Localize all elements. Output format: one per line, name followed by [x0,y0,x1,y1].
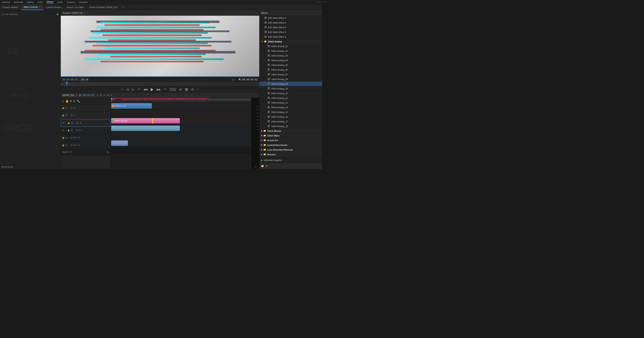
program-menu-icon[interactable]: ≡ [84,12,85,14]
effect-analog-02[interactable]: 🎬 Glitch-Analog_02 [260,49,322,53]
a3-mic[interactable]: 🎙 [78,144,80,146]
a3-clip[interactable] [111,140,128,146]
nav-effects[interactable]: Effects [47,1,53,4]
effect-item-bjk6[interactable]: 🎬 BJK Glitch Effect 6 [260,25,322,30]
folder-mosaics[interactable]: ▶ 📁 Mosaics [260,152,322,157]
tool-razor[interactable]: ✂ [103,94,106,97]
effect-item-bjk8[interactable]: 🎬 BJK Glitch Effect 8 [260,30,322,35]
v3-visibility-icon[interactable]: 👁 [74,107,76,109]
effect-analog-05[interactable]: 🎬 Glitch-Analog_05 [260,63,322,68]
v2-lock-icon[interactable]: 🔒 [62,114,64,116]
tab-source[interactable]: Source: (no clips) [64,4,86,10]
effect-item-bjk4[interactable]: 🎬 BJK Glitch Effect 4 [260,16,322,20]
play-button[interactable]: ▶ [150,87,154,92]
effect-item-bjk5[interactable]: 🎬 BJK Glitch Effect 5 [260,20,322,25]
effect-analog-03[interactable]: 🎬 Glitch-Analog_03 [260,53,322,58]
new-folder-button[interactable]: 📁 [261,165,264,167]
folder-glitch-analog[interactable]: ▼ 📁 Glitch Analog [260,39,322,44]
folder-glitch-wave[interactable]: ▶ 📁 Glitch Wave [260,133,322,138]
effect-analog-09[interactable]: 🎬 Glitch-Analog_09 [260,82,322,86]
effect-analog-13[interactable]: 🎬 Glitch-Analog_13 [260,100,322,105]
magnify-icon[interactable]: 🔍 [238,78,242,81]
nav-color[interactable]: Color [38,1,43,3]
effect-analog-04[interactable]: 🎬 Glitch-Analog_04 [260,58,322,63]
nav-assembly[interactable]: Assembly [14,1,23,3]
effect-item-bjk9[interactable]: 🎬 BJK Glitch Effect 9 [260,35,322,39]
effect-analog-01[interactable]: 🎬 Glitch-Analog_01 [260,44,322,49]
loop-button[interactable]: ⬛⬛ [169,88,177,91]
v1-lock-icon[interactable]: 🔒 [68,122,70,124]
go-prev2-button[interactable]: ◀◀ [142,88,148,91]
effect-analog-10[interactable]: 🎬 Glitch-Analog_10 [260,86,322,91]
step-back-button[interactable]: ◁| [125,88,130,91]
scrubber-track[interactable] [61,82,259,86]
a1-mic[interactable]: 🎙 [80,129,82,131]
tool-ripple[interactable]: ⟳ [100,94,102,97]
a2-mute[interactable]: M [74,137,76,139]
folder-lens-distortion[interactable]: ▶ 📁 Lens Distortion Removal [260,147,322,152]
multi-camera-button[interactable]: ⊟ [190,88,194,91]
go-prev-button[interactable]: ↶ [137,88,141,91]
add-button[interactable]: + [196,88,199,91]
tab-expand[interactable]: » [120,4,127,10]
a2-mic[interactable]: 🎙 [78,137,80,139]
essential-graphics-section[interactable]: ▶ Essential Graphics [260,157,322,163]
a2-lock-icon[interactable]: 🔒 [62,137,64,139]
a1-clip[interactable] [111,126,180,131]
master-btn[interactable]: ⟩⟩| [106,151,109,154]
effect-analog-18[interactable]: 🎬 Glitch-Analog_18 [260,124,322,129]
effect-analog-15[interactable]: 🎬 Glitch-Analog_15 [260,110,322,115]
tab-effect-controls[interactable]: Effect Controls ✕ [21,4,44,10]
effect-analog-07[interactable]: 🎬 Glitch-Analog_07 [260,72,322,77]
nav-graphics[interactable]: Graphics [67,1,75,3]
mark-in-button[interactable]: ⟨ [121,88,124,91]
tool-pen[interactable]: ✏ [110,94,112,97]
nav-libraries[interactable]: Libraries [79,1,88,3]
tool-select[interactable]: ↖ [62,100,64,103]
v2-visibility-icon[interactable]: 👁 [74,114,76,116]
tab-project[interactable]: Project: Untitled [0,4,21,10]
tool-wrench[interactable]: 🔧 [77,100,80,103]
export-frame-button[interactable]: 📷 [184,88,189,91]
timeline-menu-icon[interactable]: ≡ [76,94,77,97]
folder-convolution[interactable]: ▶ 📁 Convolution Kernel [260,143,322,147]
effect-analog-06[interactable]: 🎬 Glitch-Analog_06 [260,68,322,72]
a2-solo[interactable]: S [76,137,78,139]
tool-razor2[interactable]: ⊡ [73,100,76,103]
program-scrubber[interactable] [61,82,259,86]
effect-analog-16[interactable]: 🎬 Glitch-Analog_16 [260,115,322,119]
delete-button[interactable]: 🗑 [266,165,268,167]
expand-clip-arrow[interactable]: ▶ [57,13,59,16]
go-next-button[interactable]: ▶▶ [156,88,162,91]
effect-analog-14[interactable]: 🎬 Glitch-Analog_14 [260,105,322,110]
step-fwd-button[interactable]: |▷ [131,88,136,91]
a1-solo[interactable]: S [78,129,80,131]
a1-mute[interactable]: M [76,129,78,131]
insert-button[interactable]: ⊞ [178,88,182,91]
zoom-select[interactable]: Fit [80,78,88,81]
tool-link[interactable]: ⧉ [70,99,72,103]
effect-analog-08[interactable]: 🎬 Glitch-Analog_08 [260,77,322,82]
v3-clip[interactable]: fx Glitch_VL_19 [111,103,152,109]
effect-analog-11[interactable]: 🎬 Glitch-Analog_11 [260,91,322,96]
tool-slip[interactable]: ▼ [106,94,109,97]
effect-analog-12[interactable]: 🎬 Glitch-Analog_12 [260,96,322,100]
tool-hand[interactable]: ✋ [66,100,69,103]
nav-editing[interactable]: Editing [27,1,34,3]
effect-analog-17[interactable]: 🎬 Glitch-Analog_17 [260,119,322,124]
v1-clip[interactable]: EERIE (16).mp4 [111,118,180,124]
nav-learning[interactable]: Learning [2,1,10,3]
go-next2-button[interactable]: ↷ [163,88,167,91]
a3-lock-icon[interactable]: 🔒 [62,144,64,146]
a3-solo[interactable]: S [76,144,78,146]
v1-visibility-icon[interactable]: 👁 [80,122,82,124]
a3-mute[interactable]: M [74,144,76,146]
folder-glitch-blocks[interactable]: ▶ 📁 Glitch Blocks [260,129,322,133]
tab-lumetri[interactable]: Lumetri Scopes [44,4,64,10]
tab-effect-controls-close[interactable]: ✕ [39,6,40,8]
folder-screen-fx[interactable]: ▶ 📁 Screen FX [260,138,322,143]
tab-audio-clip-mixer[interactable]: Audio Clip Mixer: EERIE (16) [86,4,120,10]
tool-selection[interactable]: ↖ [96,94,99,97]
a1-lock-icon[interactable]: 🔒 [68,129,70,131]
nav-audio[interactable]: Audio [57,1,63,3]
